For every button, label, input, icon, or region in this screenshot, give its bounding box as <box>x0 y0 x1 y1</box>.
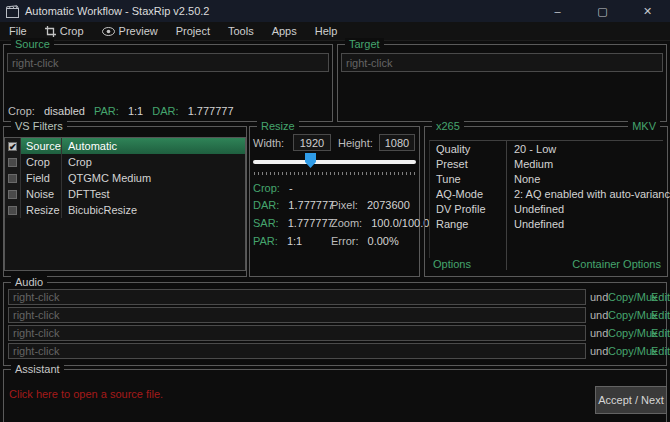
encoder-row-quality[interactable]: Quality 20 - Low <box>430 141 663 156</box>
par-label: PAR: <box>94 105 119 117</box>
filter-row-noise[interactable]: Noise DFTTest <box>5 186 245 202</box>
maximize-button[interactable]: ▢ <box>580 0 625 22</box>
checkbox-unchecked[interactable] <box>8 190 17 199</box>
audio-track-input[interactable] <box>8 343 586 359</box>
accept-next-button[interactable]: Accept / Next <box>595 386 667 414</box>
assistant-message-link[interactable]: Click here to open a source file. <box>9 388 163 400</box>
par-value: 1:1 <box>128 105 143 117</box>
encoder-options-link[interactable]: Options <box>433 258 471 270</box>
encoder-row-dv-profile[interactable]: DV Profile Undefined <box>430 201 663 216</box>
dar-value: 1.777777 <box>188 105 234 117</box>
audio-language-code: und <box>590 309 608 321</box>
resize-group: Resize Width: Height: Crop: - DAR: 1.777… <box>249 126 420 277</box>
menu-bar: File Crop Preview Project Tools Apps Hel… <box>0 22 670 41</box>
width-label: Width: <box>253 137 284 149</box>
edit-link[interactable]: Edit <box>651 327 670 339</box>
audio-track-row: und Copy/Mux Edit <box>4 307 666 323</box>
filter-row-field[interactable]: Field QTGMC Medium <box>5 170 245 186</box>
encoder-settings-table: Quality 20 - Low Preset Medium Tune None… <box>429 140 663 258</box>
menu-tools[interactable]: Tools <box>219 22 263 40</box>
encoder-title-link[interactable]: x265 <box>432 120 464 133</box>
zoom-value: 100.0/100.0 <box>371 217 429 229</box>
error-label: Error: <box>331 235 359 247</box>
audio-track-input[interactable] <box>8 289 586 305</box>
source-group-title: Source <box>11 38 54 51</box>
menu-help[interactable]: Help <box>306 22 347 40</box>
audio-track-row: und Copy/Mux Edit <box>4 325 666 341</box>
close-button[interactable]: ✕ <box>625 0 670 22</box>
app-icon <box>6 5 19 18</box>
source-input[interactable] <box>7 53 329 72</box>
eye-icon <box>102 27 115 36</box>
checkbox-checked[interactable]: ✔ <box>8 142 17 151</box>
encoder-group: x265 MKV Quality 20 - Low Preset Medium … <box>424 126 668 277</box>
encoder-row-preset[interactable]: Preset Medium <box>430 156 663 171</box>
vs-filters-title: VS Filters <box>11 120 67 133</box>
minimize-button[interactable]: – <box>535 0 580 22</box>
container-format-link[interactable]: MKV <box>628 120 660 133</box>
pixel-value: 2073600 <box>367 199 410 211</box>
audio-group: Audio und Copy/Mux Edit und Copy/Mux Edi… <box>3 282 667 366</box>
zoom-label: Zoom: <box>331 217 362 229</box>
checkbox-unchecked[interactable] <box>8 174 17 183</box>
checkbox-unchecked[interactable] <box>8 206 17 215</box>
filter-row-source[interactable]: ✔ Source Automatic <box>5 138 245 154</box>
par-value: 1:1 <box>287 235 302 247</box>
assistant-group: Assistant Click here to open a source fi… <box>3 369 667 422</box>
sar-label: SAR: <box>253 217 279 229</box>
width-input[interactable] <box>293 134 331 151</box>
pixel-label: Pixel: <box>331 199 358 211</box>
encoder-row-range[interactable]: Range Undefined <box>430 216 663 231</box>
menu-preview[interactable]: Preview <box>93 22 167 40</box>
error-value: 0.00% <box>368 235 399 247</box>
checkbox-unchecked[interactable] <box>8 158 17 167</box>
encoder-row-aq-mode[interactable]: AQ-Mode 2: AQ enabled with auto-variance <box>430 186 663 201</box>
audio-track-input[interactable] <box>8 307 586 323</box>
menu-project[interactable]: Project <box>167 22 219 40</box>
encoder-row-tune[interactable]: Tune None <box>430 171 663 186</box>
filter-row-resize[interactable]: Resize BicubicResize <box>5 202 245 218</box>
dar-label: DAR: <box>253 199 279 211</box>
dar-value: 1.777777 <box>288 199 334 211</box>
resize-group-title: Resize <box>257 120 299 133</box>
audio-language-code: und <box>590 345 608 357</box>
resize-slider-track[interactable] <box>253 160 416 164</box>
crop-status-label: Crop: <box>8 105 35 117</box>
edit-link[interactable]: Edit <box>651 291 670 303</box>
title-bar: Automatic Workflow - StaxRip v2.50.2 – ▢… <box>0 0 670 22</box>
target-group-title: Target <box>345 38 384 51</box>
audio-track-row: und Copy/Mux Edit <box>4 289 666 305</box>
audio-language-code: und <box>590 327 608 339</box>
vs-filters-list: ✔ Source Automatic Crop Crop Field QTGMC… <box>4 137 246 271</box>
source-group: Source Crop: disabled PAR: 1:1 DAR: 1.77… <box>3 44 333 122</box>
vs-filters-group: VS Filters ✔ Source Automatic Crop Crop … <box>3 126 247 277</box>
height-input[interactable] <box>379 134 415 151</box>
edit-link[interactable]: Edit <box>651 345 670 357</box>
container-options-link[interactable]: Container Options <box>572 258 661 270</box>
resize-crop-label: Crop: <box>253 182 280 194</box>
crop-status-value: disabled <box>44 105 85 117</box>
audio-track-input[interactable] <box>8 325 586 341</box>
source-info: Crop: disabled PAR: 1:1 DAR: 1.777777 <box>8 105 240 117</box>
audio-group-title: Audio <box>11 276 47 289</box>
dar-label: DAR: <box>152 105 178 117</box>
window-title: Automatic Workflow - StaxRip v2.50.2 <box>25 5 209 17</box>
resize-crop-value: - <box>289 182 293 194</box>
resize-slider-thumb[interactable] <box>305 153 316 168</box>
audio-language-code: und <box>590 291 608 303</box>
target-group: Target <box>337 44 667 122</box>
crop-icon <box>45 26 56 37</box>
menu-apps[interactable]: Apps <box>263 22 306 40</box>
height-label: Height: <box>338 137 373 149</box>
resize-slider-ticks <box>254 172 416 175</box>
par-label: PAR: <box>253 235 278 247</box>
filter-row-crop[interactable]: Crop Crop <box>5 154 245 170</box>
target-input[interactable] <box>341 53 663 72</box>
edit-link[interactable]: Edit <box>651 309 670 321</box>
sar-value: 1.777777 <box>288 217 334 229</box>
assistant-group-title: Assistant <box>11 363 64 376</box>
audio-track-row: und Copy/Mux Edit <box>4 343 666 359</box>
